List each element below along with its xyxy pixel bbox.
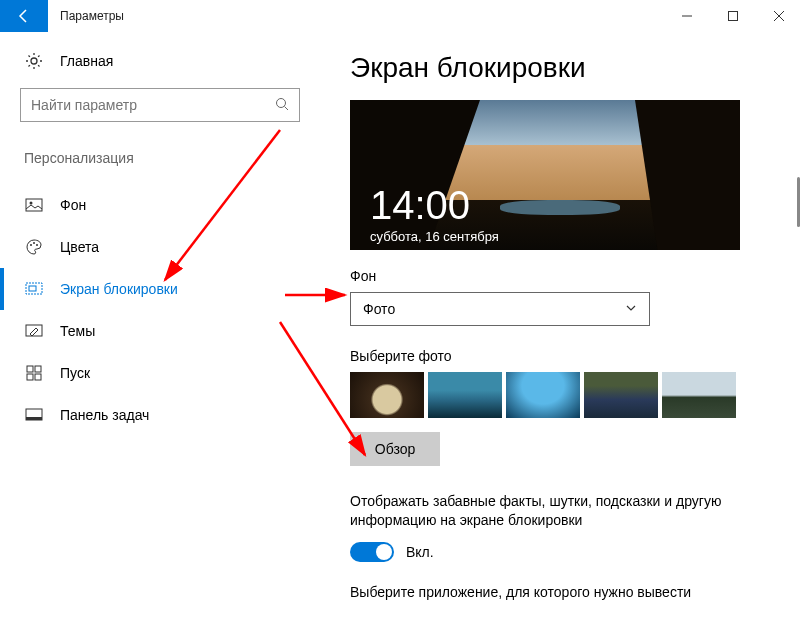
photo-thumbnails <box>350 372 772 418</box>
svg-rect-13 <box>29 286 36 291</box>
nav-label: Фон <box>60 197 86 213</box>
nav-label: Цвета <box>60 239 99 255</box>
window-title: Параметры <box>60 9 124 23</box>
search-input[interactable] <box>31 97 275 113</box>
lock-screen-icon <box>24 280 44 298</box>
facts-description: Отображать забавные факты, шутки, подска… <box>350 492 772 530</box>
scrollbar[interactable] <box>797 177 800 227</box>
close-button[interactable] <box>756 0 802 32</box>
palette-icon <box>24 238 44 256</box>
nav-start[interactable]: Пуск <box>0 352 300 394</box>
toggle-label: Вкл. <box>406 544 434 560</box>
svg-rect-1 <box>729 12 738 21</box>
svg-rect-12 <box>26 283 42 294</box>
start-icon <box>24 364 44 382</box>
preview-time: 14:00 <box>370 183 470 228</box>
svg-point-11 <box>36 244 38 246</box>
home-label: Главная <box>60 53 113 69</box>
search-box[interactable] <box>20 88 300 122</box>
minimize-button[interactable] <box>664 0 710 32</box>
nav-lock-screen[interactable]: Экран блокировки <box>0 268 300 310</box>
svg-rect-7 <box>26 199 42 211</box>
svg-line-6 <box>285 106 289 110</box>
image-icon <box>24 196 44 214</box>
titlebar: Параметры <box>0 0 802 32</box>
maximize-button[interactable] <box>710 0 756 32</box>
nav-label: Экран блокировки <box>60 281 178 297</box>
svg-rect-17 <box>27 374 33 380</box>
background-label: Фон <box>350 268 772 284</box>
thumb-2[interactable] <box>428 372 502 418</box>
window-controls <box>664 0 802 32</box>
thumb-3[interactable] <box>506 372 580 418</box>
select-value: Фото <box>363 301 395 317</box>
thumb-4[interactable] <box>584 372 658 418</box>
background-select[interactable]: Фото <box>350 292 650 326</box>
nav-colors[interactable]: Цвета <box>0 226 300 268</box>
nav-label: Панель задач <box>60 407 149 423</box>
gear-icon <box>24 52 44 70</box>
svg-point-8 <box>30 202 33 205</box>
lock-preview: 14:00 суббота, 16 сентября <box>350 100 740 250</box>
brush-icon <box>24 322 44 340</box>
back-button[interactable] <box>0 0 48 32</box>
chevron-down-icon <box>625 301 637 317</box>
nav-themes[interactable]: Темы <box>0 310 300 352</box>
svg-rect-16 <box>35 366 41 372</box>
svg-rect-15 <box>27 366 33 372</box>
nav-label: Темы <box>60 323 95 339</box>
choose-app-label: Выберите приложение, для которого нужно … <box>350 584 772 600</box>
thumb-5[interactable] <box>662 372 736 418</box>
sidebar: Главная Персонализация Фон Цвета Экран б… <box>0 32 320 635</box>
nav-taskbar[interactable]: Панель задач <box>0 394 300 436</box>
svg-point-5 <box>277 98 286 107</box>
browse-button[interactable]: Обзор <box>350 432 440 466</box>
taskbar-icon <box>24 406 44 424</box>
nav-label: Пуск <box>60 365 90 381</box>
main-panel: Экран блокировки 14:00 суббота, 16 сентя… <box>320 32 802 635</box>
section-title: Персонализация <box>24 150 300 166</box>
choose-photo-label: Выберите фото <box>350 348 772 364</box>
search-icon <box>275 97 289 114</box>
svg-rect-18 <box>35 374 41 380</box>
nav-background[interactable]: Фон <box>0 184 300 226</box>
svg-point-10 <box>33 242 35 244</box>
page-title: Экран блокировки <box>350 52 772 84</box>
facts-toggle[interactable] <box>350 542 394 562</box>
svg-rect-20 <box>26 417 42 420</box>
thumb-1[interactable] <box>350 372 424 418</box>
svg-point-4 <box>31 58 37 64</box>
preview-date: суббота, 16 сентября <box>370 229 499 244</box>
home-nav[interactable]: Главная <box>24 52 300 70</box>
svg-point-9 <box>30 244 32 246</box>
